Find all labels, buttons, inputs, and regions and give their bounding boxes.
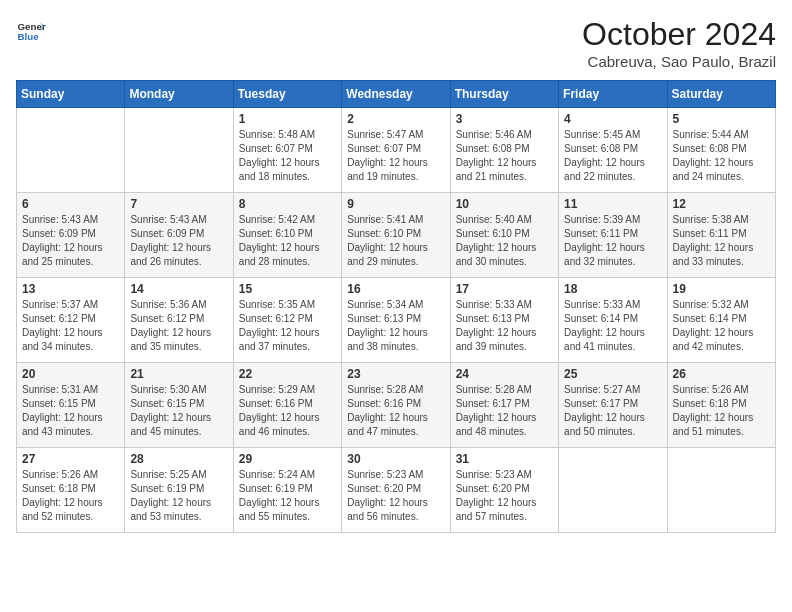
day-info: Sunrise: 5:47 AMSunset: 6:07 PMDaylight:… xyxy=(347,128,444,184)
day-info: Sunrise: 5:23 AMSunset: 6:20 PMDaylight:… xyxy=(456,468,553,524)
day-number: 7 xyxy=(130,197,227,211)
day-info: Sunrise: 5:26 AMSunset: 6:18 PMDaylight:… xyxy=(673,383,770,439)
day-number: 20 xyxy=(22,367,119,381)
day-number: 6 xyxy=(22,197,119,211)
day-number: 13 xyxy=(22,282,119,296)
day-number: 22 xyxy=(239,367,336,381)
calendar-day-cell: 11Sunrise: 5:39 AMSunset: 6:11 PMDayligh… xyxy=(559,193,667,278)
calendar-week-row: 20Sunrise: 5:31 AMSunset: 6:15 PMDayligh… xyxy=(17,363,776,448)
calendar-day-cell: 9Sunrise: 5:41 AMSunset: 6:10 PMDaylight… xyxy=(342,193,450,278)
page-header: General Blue October 2024 Cabreuva, Sao … xyxy=(16,16,776,70)
day-number: 15 xyxy=(239,282,336,296)
day-info: Sunrise: 5:43 AMSunset: 6:09 PMDaylight:… xyxy=(130,213,227,269)
calendar-day-cell: 20Sunrise: 5:31 AMSunset: 6:15 PMDayligh… xyxy=(17,363,125,448)
day-number: 11 xyxy=(564,197,661,211)
weekday-header-cell: Sunday xyxy=(17,81,125,108)
calendar-day-cell: 8Sunrise: 5:42 AMSunset: 6:10 PMDaylight… xyxy=(233,193,341,278)
day-number: 5 xyxy=(673,112,770,126)
calendar-day-cell: 23Sunrise: 5:28 AMSunset: 6:16 PMDayligh… xyxy=(342,363,450,448)
day-number: 19 xyxy=(673,282,770,296)
day-number: 14 xyxy=(130,282,227,296)
day-info: Sunrise: 5:34 AMSunset: 6:13 PMDaylight:… xyxy=(347,298,444,354)
day-info: Sunrise: 5:42 AMSunset: 6:10 PMDaylight:… xyxy=(239,213,336,269)
day-number: 23 xyxy=(347,367,444,381)
day-info: Sunrise: 5:44 AMSunset: 6:08 PMDaylight:… xyxy=(673,128,770,184)
logo: General Blue xyxy=(16,16,46,46)
day-number: 16 xyxy=(347,282,444,296)
day-number: 25 xyxy=(564,367,661,381)
day-number: 27 xyxy=(22,452,119,466)
day-number: 10 xyxy=(456,197,553,211)
day-number: 31 xyxy=(456,452,553,466)
day-number: 29 xyxy=(239,452,336,466)
calendar-day-cell: 25Sunrise: 5:27 AMSunset: 6:17 PMDayligh… xyxy=(559,363,667,448)
calendar-day-cell: 31Sunrise: 5:23 AMSunset: 6:20 PMDayligh… xyxy=(450,448,558,533)
calendar-day-cell: 29Sunrise: 5:24 AMSunset: 6:19 PMDayligh… xyxy=(233,448,341,533)
day-number: 8 xyxy=(239,197,336,211)
svg-text:General: General xyxy=(18,21,47,32)
day-info: Sunrise: 5:37 AMSunset: 6:12 PMDaylight:… xyxy=(22,298,119,354)
day-number: 1 xyxy=(239,112,336,126)
day-info: Sunrise: 5:38 AMSunset: 6:11 PMDaylight:… xyxy=(673,213,770,269)
calendar-day-cell xyxy=(125,108,233,193)
day-info: Sunrise: 5:46 AMSunset: 6:08 PMDaylight:… xyxy=(456,128,553,184)
month-title: October 2024 xyxy=(582,16,776,53)
calendar-day-cell: 7Sunrise: 5:43 AMSunset: 6:09 PMDaylight… xyxy=(125,193,233,278)
day-number: 12 xyxy=(673,197,770,211)
location-title: Cabreuva, Sao Paulo, Brazil xyxy=(582,53,776,70)
weekday-header-cell: Friday xyxy=(559,81,667,108)
day-number: 26 xyxy=(673,367,770,381)
day-number: 18 xyxy=(564,282,661,296)
day-number: 24 xyxy=(456,367,553,381)
day-number: 28 xyxy=(130,452,227,466)
calendar-week-row: 13Sunrise: 5:37 AMSunset: 6:12 PMDayligh… xyxy=(17,278,776,363)
calendar-day-cell: 22Sunrise: 5:29 AMSunset: 6:16 PMDayligh… xyxy=(233,363,341,448)
day-info: Sunrise: 5:36 AMSunset: 6:12 PMDaylight:… xyxy=(130,298,227,354)
day-info: Sunrise: 5:27 AMSunset: 6:17 PMDaylight:… xyxy=(564,383,661,439)
day-info: Sunrise: 5:25 AMSunset: 6:19 PMDaylight:… xyxy=(130,468,227,524)
calendar-day-cell: 28Sunrise: 5:25 AMSunset: 6:19 PMDayligh… xyxy=(125,448,233,533)
weekday-header-cell: Monday xyxy=(125,81,233,108)
day-info: Sunrise: 5:31 AMSunset: 6:15 PMDaylight:… xyxy=(22,383,119,439)
calendar-day-cell: 6Sunrise: 5:43 AMSunset: 6:09 PMDaylight… xyxy=(17,193,125,278)
day-info: Sunrise: 5:28 AMSunset: 6:16 PMDaylight:… xyxy=(347,383,444,439)
day-info: Sunrise: 5:32 AMSunset: 6:14 PMDaylight:… xyxy=(673,298,770,354)
calendar-day-cell: 21Sunrise: 5:30 AMSunset: 6:15 PMDayligh… xyxy=(125,363,233,448)
logo-icon: General Blue xyxy=(16,16,46,46)
calendar-day-cell: 12Sunrise: 5:38 AMSunset: 6:11 PMDayligh… xyxy=(667,193,775,278)
day-info: Sunrise: 5:33 AMSunset: 6:14 PMDaylight:… xyxy=(564,298,661,354)
calendar-table: SundayMondayTuesdayWednesdayThursdayFrid… xyxy=(16,80,776,533)
weekday-header-cell: Wednesday xyxy=(342,81,450,108)
day-info: Sunrise: 5:28 AMSunset: 6:17 PMDaylight:… xyxy=(456,383,553,439)
calendar-day-cell: 5Sunrise: 5:44 AMSunset: 6:08 PMDaylight… xyxy=(667,108,775,193)
title-block: October 2024 Cabreuva, Sao Paulo, Brazil xyxy=(582,16,776,70)
calendar-day-cell: 19Sunrise: 5:32 AMSunset: 6:14 PMDayligh… xyxy=(667,278,775,363)
day-number: 3 xyxy=(456,112,553,126)
calendar-day-cell: 24Sunrise: 5:28 AMSunset: 6:17 PMDayligh… xyxy=(450,363,558,448)
calendar-day-cell: 10Sunrise: 5:40 AMSunset: 6:10 PMDayligh… xyxy=(450,193,558,278)
calendar-day-cell xyxy=(559,448,667,533)
calendar-day-cell: 16Sunrise: 5:34 AMSunset: 6:13 PMDayligh… xyxy=(342,278,450,363)
day-info: Sunrise: 5:29 AMSunset: 6:16 PMDaylight:… xyxy=(239,383,336,439)
calendar-day-cell: 4Sunrise: 5:45 AMSunset: 6:08 PMDaylight… xyxy=(559,108,667,193)
day-info: Sunrise: 5:41 AMSunset: 6:10 PMDaylight:… xyxy=(347,213,444,269)
calendar-day-cell: 3Sunrise: 5:46 AMSunset: 6:08 PMDaylight… xyxy=(450,108,558,193)
calendar-week-row: 6Sunrise: 5:43 AMSunset: 6:09 PMDaylight… xyxy=(17,193,776,278)
day-info: Sunrise: 5:30 AMSunset: 6:15 PMDaylight:… xyxy=(130,383,227,439)
day-info: Sunrise: 5:48 AMSunset: 6:07 PMDaylight:… xyxy=(239,128,336,184)
calendar-day-cell: 1Sunrise: 5:48 AMSunset: 6:07 PMDaylight… xyxy=(233,108,341,193)
day-info: Sunrise: 5:35 AMSunset: 6:12 PMDaylight:… xyxy=(239,298,336,354)
calendar-day-cell: 27Sunrise: 5:26 AMSunset: 6:18 PMDayligh… xyxy=(17,448,125,533)
calendar-day-cell: 13Sunrise: 5:37 AMSunset: 6:12 PMDayligh… xyxy=(17,278,125,363)
day-info: Sunrise: 5:39 AMSunset: 6:11 PMDaylight:… xyxy=(564,213,661,269)
day-info: Sunrise: 5:40 AMSunset: 6:10 PMDaylight:… xyxy=(456,213,553,269)
day-number: 17 xyxy=(456,282,553,296)
calendar-day-cell xyxy=(17,108,125,193)
day-info: Sunrise: 5:24 AMSunset: 6:19 PMDaylight:… xyxy=(239,468,336,524)
calendar-day-cell: 30Sunrise: 5:23 AMSunset: 6:20 PMDayligh… xyxy=(342,448,450,533)
day-number: 4 xyxy=(564,112,661,126)
day-info: Sunrise: 5:33 AMSunset: 6:13 PMDaylight:… xyxy=(456,298,553,354)
day-info: Sunrise: 5:26 AMSunset: 6:18 PMDaylight:… xyxy=(22,468,119,524)
calendar-day-cell: 15Sunrise: 5:35 AMSunset: 6:12 PMDayligh… xyxy=(233,278,341,363)
day-info: Sunrise: 5:23 AMSunset: 6:20 PMDaylight:… xyxy=(347,468,444,524)
